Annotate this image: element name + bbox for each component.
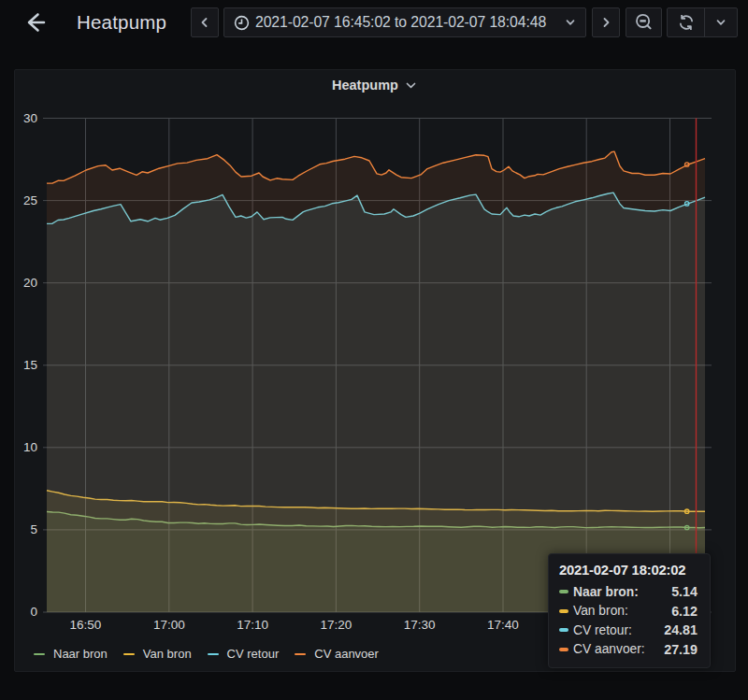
- svg-text:17:30: 17:30: [404, 618, 436, 632]
- svg-text:17:20: 17:20: [321, 618, 352, 632]
- svg-text:0: 0: [30, 605, 37, 619]
- svg-text:17:00: 17:00: [153, 618, 185, 632]
- svg-text:15: 15: [23, 358, 37, 372]
- svg-text:30: 30: [23, 111, 37, 125]
- svg-text:25: 25: [23, 193, 37, 207]
- svg-text:17:40: 17:40: [487, 618, 519, 632]
- svg-text:17:10: 17:10: [237, 618, 268, 632]
- svg-text:5: 5: [30, 522, 37, 536]
- svg-text:10: 10: [23, 440, 37, 454]
- svg-text:16:50: 16:50: [70, 618, 102, 632]
- svg-text:20: 20: [23, 276, 37, 290]
